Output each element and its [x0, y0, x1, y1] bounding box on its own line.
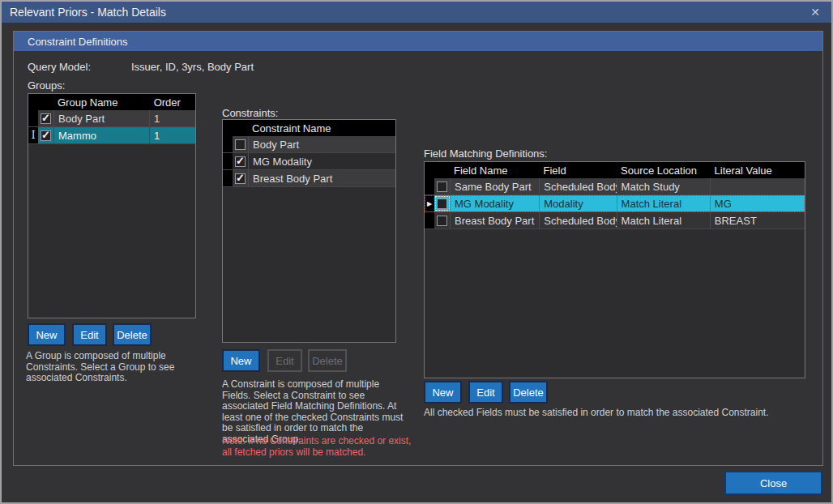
close-button[interactable]: Close [724, 471, 822, 495]
group-row-body-part[interactable]: Body Part 1 [28, 110, 195, 127]
unchecked-checkbox-icon[interactable] [437, 182, 447, 192]
query-model-value: Issuer, ID, 3yrs, Body Part [131, 61, 254, 73]
row-header-spacer [28, 94, 38, 110]
constraint-row-breast-body-part[interactable]: Breast Body Part [223, 170, 395, 187]
groups-label: Groups: [28, 79, 65, 92]
fields-edit-button[interactable]: Edit [468, 381, 503, 404]
query-model-label: Query Model: [28, 61, 91, 73]
groups-delete-button[interactable]: Delete [113, 323, 152, 346]
constraint-name-cell[interactable]: Body Part [249, 136, 395, 152]
checked-checkbox-icon[interactable] [235, 156, 246, 167]
fields-col-field[interactable]: Field [540, 162, 617, 178]
field-row-mg-modality-selected[interactable]: ▶ MG Modality Modality Match Literal MG [425, 195, 805, 212]
constraint-checkbox[interactable] [233, 170, 249, 186]
constraint-name-cell[interactable]: MG Modality [249, 153, 395, 169]
constraints-table-header: Constraint Name [223, 120, 395, 136]
unchecked-checkbox-icon[interactable] [437, 216, 447, 226]
close-icon[interactable]: ✕ [807, 4, 823, 20]
field-name-cell[interactable]: Breast Body Part [451, 212, 540, 229]
group-name-cell[interactable]: Mammo [54, 127, 150, 143]
fields-table-header: Field Name Field Source Location Literal… [425, 162, 805, 178]
fields-table: Field Name Field Source Location Literal… [424, 161, 805, 378]
groups-help-text: A Group is composed of multiple Constrai… [26, 351, 203, 384]
constraint-checkbox[interactable] [233, 136, 249, 152]
fields-new-button[interactable]: New [424, 381, 462, 404]
fields-delete-button[interactable]: Delete [509, 381, 548, 404]
fields-label: Field Matching Definitions: [424, 147, 547, 160]
row-header-spacer [425, 162, 434, 178]
field-checkbox[interactable] [434, 178, 451, 194]
field-cell[interactable]: Scheduled Body F [540, 178, 617, 194]
source-location-cell[interactable]: Match Literal [617, 195, 711, 211]
unchecked-checkbox-icon[interactable] [235, 139, 246, 150]
constraints-note-text: Note: If no Constraints are checked or e… [222, 435, 416, 458]
checked-checkbox-icon[interactable] [41, 113, 51, 124]
field-row-breast-body-part[interactable]: Breast Body Part Scheduled Body F Match … [425, 212, 805, 229]
field-checkbox[interactable] [434, 212, 451, 229]
checkbox-column-header [38, 94, 53, 110]
window-title: Relevant Priors - Match Details [2, 6, 166, 19]
group-order-cell[interactable]: 1 [150, 127, 195, 143]
constraints-edit-button: Edit [267, 349, 302, 372]
constraint-row-mg-modality[interactable]: MG Modality [223, 153, 395, 170]
row-header [223, 170, 233, 186]
constraints-delete-button: Delete [308, 349, 347, 372]
field-name-cell[interactable]: Same Body Part [451, 178, 540, 194]
groups-table: Group Name Order Body Part 1 I Mammo 1 [28, 93, 196, 318]
literal-value-cell[interactable] [711, 178, 805, 194]
field-cell[interactable]: Scheduled Body F [540, 212, 617, 229]
groups-edit-button[interactable]: Edit [72, 323, 107, 346]
field-cell[interactable]: Modality [540, 195, 617, 211]
checkbox-column-header [434, 162, 450, 178]
fields-col-literal-value[interactable]: Literal Value [711, 162, 805, 178]
group-order-cell[interactable]: 1 [150, 110, 195, 126]
fields-col-source-location[interactable]: Source Location [617, 162, 710, 178]
checked-checkbox-icon[interactable] [41, 130, 51, 141]
row-header: ▶ [425, 195, 434, 211]
row-header [223, 153, 233, 169]
row-header [223, 136, 233, 152]
checkbox-column-header [233, 120, 248, 136]
groups-col-order[interactable]: Order [150, 94, 195, 110]
groups-table-header: Group Name Order [28, 94, 195, 110]
group-checkbox[interactable] [38, 127, 54, 143]
dialog-window: Relevant Priors - Match Details ✕ Constr… [0, 0, 833, 504]
row-header: I [28, 127, 38, 143]
constraint-checkbox[interactable] [233, 153, 249, 169]
row-header [28, 110, 38, 126]
unchecked-checkbox-icon[interactable] [437, 199, 447, 209]
checked-checkbox-icon[interactable] [235, 173, 246, 184]
field-checkbox[interactable] [434, 195, 451, 211]
group-name-cell[interactable]: Body Part [54, 110, 150, 126]
groups-new-button[interactable]: New [28, 323, 66, 346]
title-bar: Relevant Priors - Match Details ✕ [2, 2, 831, 23]
literal-value-cell[interactable]: MG [711, 195, 805, 211]
fields-col-field-name[interactable]: Field Name [450, 162, 540, 178]
row-header-spacer [223, 120, 233, 136]
row-header [425, 212, 434, 229]
groups-col-name[interactable]: Group Name [53, 94, 150, 110]
field-row-same-body-part[interactable]: Same Body Part Scheduled Body F Match St… [425, 178, 805, 195]
group-checkbox[interactable] [38, 110, 54, 126]
constraints-new-button[interactable]: New [222, 349, 260, 372]
constraints-label: Constraints: [222, 107, 278, 119]
literal-value-cell[interactable]: BREAST [711, 212, 805, 229]
panel-header: Constraint Definitions [14, 32, 822, 51]
source-location-cell[interactable]: Match Study [617, 178, 711, 194]
text-cursor: I [32, 130, 36, 141]
constraint-row-body-part[interactable]: Body Part [223, 136, 395, 153]
group-row-mammo-selected[interactable]: I Mammo 1 [28, 127, 195, 144]
fields-help-text: All checked Fields must be satisfied in … [424, 408, 805, 419]
constraints-col-name[interactable]: Constraint Name [248, 120, 395, 136]
row-header [425, 178, 434, 194]
field-name-cell[interactable]: MG Modality [451, 195, 540, 211]
selected-row-arrow-icon: ▶ [427, 200, 432, 207]
constraint-name-cell[interactable]: Breast Body Part [249, 170, 395, 186]
source-location-cell[interactable]: Match Literal [617, 212, 711, 229]
constraints-table: Constraint Name Body Part MG Modality Br… [222, 119, 396, 343]
